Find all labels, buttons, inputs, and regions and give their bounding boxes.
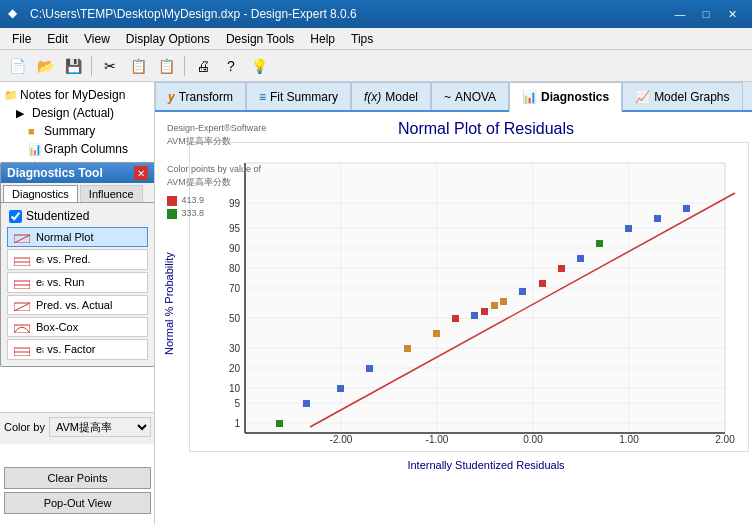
svg-rect-11	[245, 163, 725, 433]
diagnostics-close-button[interactable]: ✕	[134, 166, 148, 180]
chart-svg: 1 5 10 20 30 50 70 80 90 95 99	[189, 142, 749, 452]
tab-anova[interactable]: ~ ANOVA	[431, 82, 509, 110]
chart-area: Design-Expert®Software AVM提高率分数 Color po…	[155, 112, 752, 524]
close-button[interactable]: ✕	[720, 5, 744, 23]
summary-icon: ■	[28, 125, 42, 137]
tab-diagnostics-label: Diagnostics	[541, 90, 609, 104]
paste-button[interactable]: 📋	[153, 54, 179, 78]
tab-transform-label: Transform	[179, 90, 233, 104]
diagnostics-tabs: Diagnostics Influence	[1, 183, 154, 203]
tab-fit-summary-label: Fit Summary	[270, 90, 338, 104]
svg-text:0.00: 0.00	[523, 434, 543, 445]
data-point	[433, 330, 440, 337]
chart-title: Normal Plot of Residuals	[223, 120, 749, 138]
open-button[interactable]: 📂	[32, 54, 58, 78]
ei-pred-label: eᵢ vs. Pred.	[36, 253, 91, 266]
sidebar-item-design[interactable]: ▶ Design (Actual)	[0, 104, 154, 122]
tab-model[interactable]: f(x) Model	[351, 82, 431, 110]
chart-watermark: Design-Expert®Software AVM提高率分数 Color po…	[167, 122, 266, 220]
plot-btn-box-cox[interactable]: Box-Cox	[7, 317, 148, 337]
svg-text:1.00: 1.00	[619, 434, 639, 445]
menu-file[interactable]: File	[4, 30, 39, 48]
plot-btn-ei-factor[interactable]: eᵢ vs. Factor	[7, 339, 148, 360]
tab-model-graphs-label: Model Graphs	[654, 90, 729, 104]
menu-tips[interactable]: Tips	[343, 30, 381, 48]
menu-help[interactable]: Help	[302, 30, 343, 48]
svg-text:20: 20	[229, 363, 241, 374]
sidebar-item-root[interactable]: 📁 Notes for MyDesign	[0, 86, 154, 104]
sidebar-item-summary[interactable]: ■ Summary	[0, 122, 154, 140]
tab-model-graphs[interactable]: 📈 Model Graphs	[622, 82, 742, 110]
diagnostics-icon: 📊	[522, 90, 537, 104]
pop-out-view-button[interactable]: Pop-Out View	[4, 492, 151, 514]
svg-text:1: 1	[234, 418, 240, 429]
plot-btn-normal[interactable]: Normal Plot	[7, 227, 148, 247]
plot-btn-ei-run[interactable]: eᵢ vs. Run	[7, 272, 148, 293]
color-by-label: Color by	[4, 421, 45, 433]
menu-view[interactable]: View	[76, 30, 118, 48]
diagnostics-tool-panel: Diagnostics Tool ✕ Diagnostics Influence…	[0, 162, 155, 367]
clear-points-button[interactable]: Clear Points	[4, 467, 151, 489]
data-point	[366, 365, 373, 372]
studentized-checkbox[interactable]	[9, 210, 22, 223]
ei-factor-icon	[14, 344, 30, 356]
print-button[interactable]: 🖨	[190, 54, 216, 78]
watermark-line1: Design-Expert®Software	[167, 122, 266, 135]
color-by-select[interactable]: AVM提高率 None Run Order	[49, 417, 151, 437]
tab-diagnostics[interactable]: 📊 Diagnostics	[509, 82, 622, 112]
anova-icon: ~	[444, 90, 451, 104]
new-button[interactable]: 📄	[4, 54, 30, 78]
tab-transform[interactable]: y Transform	[155, 82, 246, 110]
menu-design-tools[interactable]: Design Tools	[218, 30, 302, 48]
help-button[interactable]: ?	[218, 54, 244, 78]
save-button[interactable]: 💾	[60, 54, 86, 78]
hint-button[interactable]: 💡	[246, 54, 272, 78]
svg-text:10: 10	[229, 383, 241, 394]
normal-plot-icon	[14, 231, 30, 243]
normal-plot-label: Normal Plot	[36, 231, 93, 243]
sidebar-item-root-label: Notes for MyDesign	[20, 88, 125, 102]
toolbar-separator-2	[184, 56, 185, 76]
ei-factor-label: eᵢ vs. Factor	[36, 343, 95, 356]
tab-anova-label: ANOVA	[455, 90, 496, 104]
svg-line-1	[14, 235, 30, 243]
menu-bar: File Edit View Display Options Design To…	[0, 28, 752, 50]
data-point	[500, 298, 507, 305]
studentized-checkbox-row: Studentized	[5, 207, 150, 225]
svg-text:-1.00: -1.00	[426, 434, 449, 445]
transform-icon: y	[168, 90, 175, 104]
data-point	[452, 315, 459, 322]
diagnostics-tool-title: Diagnostics Tool	[7, 166, 103, 180]
menu-display-options[interactable]: Display Options	[118, 30, 218, 48]
legend-item-1: 413.9	[167, 194, 266, 207]
plot-btn-ei-pred[interactable]: eᵢ vs. Pred.	[7, 249, 148, 270]
data-point	[625, 225, 632, 232]
data-point	[596, 240, 603, 247]
cut-button[interactable]: ✂	[97, 54, 123, 78]
svg-text:70: 70	[229, 283, 241, 294]
folder-icon: 📁	[4, 89, 18, 102]
diagnostics-body: Studentized Normal Plot eᵢ vs. Pred.	[1, 203, 154, 366]
menu-edit[interactable]: Edit	[39, 30, 76, 48]
svg-text:50: 50	[229, 313, 241, 324]
minimize-button[interactable]: —	[668, 5, 692, 23]
plot-btn-pred-actual[interactable]: Pred. vs. Actual	[7, 295, 148, 315]
sidebar-design-label: Design (Actual)	[32, 106, 114, 120]
ei-run-icon	[14, 277, 30, 289]
tab-bar: y Transform ≡ Fit Summary f(x) Model ~ A…	[155, 82, 752, 112]
data-point	[471, 312, 478, 319]
svg-text:2.00: 2.00	[715, 434, 735, 445]
data-point	[276, 420, 283, 427]
tab-diagnostics[interactable]: Diagnostics	[3, 185, 78, 202]
sidebar-item-graph-columns[interactable]: 📊 Graph Columns	[0, 140, 154, 158]
model-icon: f(x)	[364, 90, 381, 104]
data-point	[481, 308, 488, 315]
maximize-button[interactable]: □	[694, 5, 718, 23]
data-point	[404, 345, 411, 352]
tab-fit-summary[interactable]: ≡ Fit Summary	[246, 82, 351, 110]
svg-text:95: 95	[229, 223, 241, 234]
svg-text:30: 30	[229, 343, 241, 354]
watermark-line2: AVM提高率分数	[167, 135, 266, 148]
copy-button[interactable]: 📋	[125, 54, 151, 78]
tab-influence[interactable]: Influence	[80, 185, 143, 202]
